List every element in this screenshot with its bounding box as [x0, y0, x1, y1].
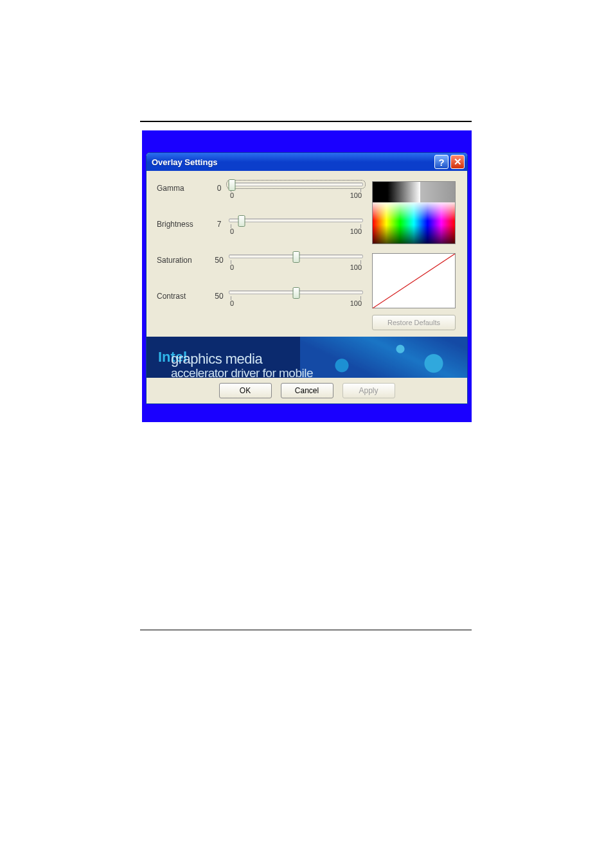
brand-line1: graphics media — [171, 351, 262, 367]
hr-divider-top — [140, 121, 472, 122]
hue-gradient — [373, 202, 455, 244]
document-frame: Overlay Settings ? ✕ Gamma 0 0 — [142, 130, 472, 422]
dialog-body: Gamma 0 0 100 Brightness 7 — [147, 171, 467, 337]
gamma-max: 100 — [350, 191, 362, 199]
sliders-column: Gamma 0 0 100 Brightness 7 — [157, 181, 363, 330]
titlebar: Overlay Settings ? ✕ — [147, 153, 467, 171]
brightness-value: 7 — [209, 217, 229, 229]
dialog-title: Overlay Settings — [152, 157, 218, 167]
saturation-label: Saturation — [157, 253, 209, 265]
gamma-label: Gamma — [157, 181, 209, 193]
brightness-slider[interactable]: 0 100 — [229, 217, 363, 235]
help-button[interactable]: ? — [434, 155, 449, 169]
svg-line-0 — [373, 254, 455, 308]
close-button[interactable]: ✕ — [450, 155, 465, 169]
contrast-min: 0 — [230, 299, 234, 307]
contrast-max: 100 — [350, 299, 362, 307]
contrast-slider[interactable]: 0 100 — [229, 289, 363, 307]
apply-button[interactable]: Apply — [342, 383, 395, 398]
saturation-value: 50 — [209, 253, 229, 265]
close-icon: ✕ — [454, 156, 462, 168]
question-icon: ? — [438, 157, 444, 168]
preview-column: Restore Defaults — [372, 181, 459, 330]
gamma-min: 0 — [230, 191, 234, 199]
hr-divider-bottom — [140, 630, 472, 630]
blue-spacer — [144, 132, 470, 150]
contrast-thumb[interactable] — [292, 287, 299, 299]
brightness-max: 100 — [350, 227, 362, 235]
brightness-label: Brightness — [157, 217, 209, 229]
dialog-footer: OK Cancel Apply — [147, 378, 467, 403]
saturation-thumb[interactable] — [292, 251, 299, 263]
saturation-max: 100 — [350, 263, 362, 271]
brand-subtitle: graphics media accelerator driver for mo… — [171, 351, 467, 378]
gamma-row: Gamma 0 0 100 — [157, 181, 363, 211]
saturation-min: 0 — [230, 263, 234, 271]
restore-defaults-button[interactable]: Restore Defaults — [372, 315, 456, 330]
overlay-settings-dialog: Overlay Settings ? ✕ Gamma 0 0 — [146, 152, 468, 404]
contrast-value: 50 — [209, 289, 229, 301]
color-preview — [372, 181, 456, 244]
contrast-label: Contrast — [157, 289, 209, 301]
brightness-min: 0 — [230, 227, 234, 235]
gamma-slider[interactable]: 0 100 — [229, 181, 363, 199]
contrast-row: Contrast 50 0 100 — [157, 289, 363, 319]
brand-banner: Intel graphics media accelerator driver … — [147, 337, 467, 378]
brightness-thumb[interactable] — [238, 215, 245, 227]
ok-button[interactable]: OK — [219, 383, 272, 398]
grayscale-gradient — [373, 182, 455, 202]
gamma-value: 0 — [209, 181, 229, 193]
gamma-thumb[interactable] — [229, 179, 236, 191]
brand-line2: accelerator driver for mobile — [171, 366, 467, 378]
saturation-row: Saturation 50 0 100 — [157, 253, 363, 283]
gamma-curve-preview — [372, 253, 456, 308]
cancel-button[interactable]: Cancel — [281, 383, 333, 398]
saturation-slider[interactable]: 0 100 — [229, 253, 363, 271]
brightness-row: Brightness 7 0 100 — [157, 217, 363, 247]
